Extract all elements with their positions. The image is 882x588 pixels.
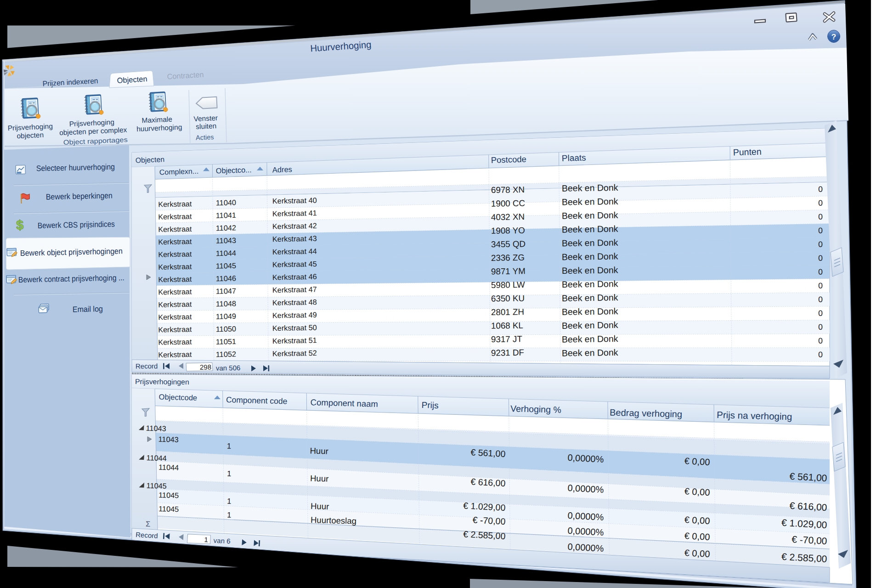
svg-text:€ 616,00: € 616,00 <box>789 500 827 513</box>
svg-text:€ 0,00: € 0,00 <box>684 531 710 542</box>
svg-text:Prijs na verhoging: Prijs na verhoging <box>717 409 792 422</box>
svg-text:11044: 11044 <box>158 463 179 472</box>
svg-text:0: 0 <box>818 212 823 221</box>
svg-text:objecten: objecten <box>17 131 44 140</box>
svg-text:€ 0,00: € 0,00 <box>684 548 710 559</box>
svg-text:0: 0 <box>818 350 823 359</box>
svg-text:Kerkstraat 41: Kerkstraat 41 <box>272 209 317 218</box>
svg-text:Punten: Punten <box>733 147 761 158</box>
svg-text:11043: 11043 <box>146 424 166 433</box>
svg-text:van 6: van 6 <box>213 537 231 545</box>
svg-text:Huurtoeslag: Huurtoeslag <box>311 515 356 526</box>
svg-text:11043: 11043 <box>216 236 236 245</box>
svg-text:9871 YM: 9871 YM <box>491 266 526 276</box>
svg-text:Kerkstraat 48: Kerkstraat 48 <box>272 298 317 307</box>
svg-text:Bewerk CBS prijsindices: Bewerk CBS prijsindices <box>38 219 115 230</box>
svg-text:0,0000%: 0,0000% <box>567 542 604 554</box>
svg-text:€ -70,00: € -70,00 <box>792 534 827 546</box>
svg-text:$: $ <box>16 218 24 232</box>
svg-text:Σ: Σ <box>146 520 151 528</box>
svg-text:0: 0 <box>818 185 823 194</box>
svg-text:Huur: Huur <box>310 474 329 484</box>
svg-text:Component naam: Component naam <box>310 397 378 409</box>
svg-text:Complexn...: Complexn... <box>159 167 199 176</box>
svg-text:Beek en Donk: Beek en Donk <box>562 182 618 193</box>
svg-text:Bedrag verhoging: Bedrag verhoging <box>610 407 682 419</box>
svg-text:Kerkstraat 43: Kerkstraat 43 <box>272 234 317 243</box>
svg-text:Acties: Acties <box>196 133 214 141</box>
svg-text:11043: 11043 <box>158 435 179 444</box>
svg-text:Kerkstraat 50: Kerkstraat 50 <box>272 323 317 333</box>
svg-text:11052: 11052 <box>216 350 236 358</box>
svg-text:?: ? <box>831 33 836 41</box>
svg-text:11051: 11051 <box>216 337 236 346</box>
svg-text:Beek en Donk: Beek en Donk <box>562 196 618 207</box>
svg-text:€ 0,00: € 0,00 <box>684 456 710 467</box>
svg-text:0: 0 <box>818 295 823 304</box>
svg-text:Prijs: Prijs <box>421 400 438 410</box>
svg-text:Verhoging %: Verhoging % <box>510 403 561 415</box>
svg-text:Huur: Huur <box>311 501 329 511</box>
svg-text:sluiten: sluiten <box>196 122 217 130</box>
svg-text:Beek en Donk: Beek en Donk <box>562 278 618 289</box>
svg-text:Kerkstraat: Kerkstraat <box>158 275 192 283</box>
svg-text:Beek en Donk: Beek en Donk <box>562 210 618 221</box>
svg-text:Kerkstraat 42: Kerkstraat 42 <box>272 221 317 231</box>
svg-text:Prijsverhogingen: Prijsverhogingen <box>135 378 189 386</box>
svg-text:Record: Record <box>136 531 158 540</box>
svg-text:Adres: Adres <box>272 165 293 174</box>
svg-text:Kerkstraat 45: Kerkstraat 45 <box>272 260 317 269</box>
svg-text:1908 YO: 1908 YO <box>491 226 525 236</box>
svg-text:11046: 11046 <box>216 274 236 283</box>
svg-text:€ 0,00: € 0,00 <box>684 486 710 498</box>
svg-text:1068 KL: 1068 KL <box>491 321 523 331</box>
svg-text:6350 KU: 6350 KU <box>491 293 525 303</box>
svg-text:Kerkstraat 49: Kerkstraat 49 <box>272 311 317 320</box>
svg-text:11040: 11040 <box>216 198 236 207</box>
svg-text:0: 0 <box>818 322 823 332</box>
svg-text:1900 CC: 1900 CC <box>491 198 525 209</box>
svg-text:€ -70,00: € -70,00 <box>472 514 506 526</box>
svg-text:Kerkstraat: Kerkstraat <box>158 313 192 321</box>
svg-text:Beek en Donk: Beek en Donk <box>562 320 618 331</box>
svg-text:9231 DF: 9231 DF <box>491 348 524 358</box>
svg-text:Huur: Huur <box>310 446 328 456</box>
svg-text:Objectcode: Objectcode <box>159 393 198 402</box>
svg-text:Postcode: Postcode <box>491 154 526 165</box>
svg-text:0: 0 <box>818 226 823 235</box>
svg-text:Kerkstraat: Kerkstraat <box>158 263 192 271</box>
svg-text:Component code: Component code <box>226 395 288 406</box>
svg-text:11044: 11044 <box>216 249 236 257</box>
svg-text:Kerkstraat 40: Kerkstraat 40 <box>272 196 317 205</box>
svg-text:Email log: Email log <box>73 304 103 314</box>
svg-text:6978 XN: 6978 XN <box>491 185 525 195</box>
svg-text:0: 0 <box>818 254 823 263</box>
svg-text:11042: 11042 <box>216 223 236 232</box>
svg-text:11048: 11048 <box>216 299 236 308</box>
svg-text:Kerkstraat 51: Kerkstraat 51 <box>272 336 317 345</box>
svg-text:van 506: van 506 <box>216 364 241 372</box>
svg-text:Beek en Donk: Beek en Donk <box>562 347 618 358</box>
svg-text:Beek en Donk: Beek en Donk <box>562 306 618 317</box>
svg-text:€ 616,00: € 616,00 <box>470 476 506 488</box>
svg-text:1: 1 <box>227 442 232 451</box>
svg-text:11045: 11045 <box>147 481 167 490</box>
svg-text:Beek en Donk: Beek en Donk <box>562 334 618 345</box>
svg-text:0: 0 <box>818 309 823 318</box>
svg-text:298: 298 <box>200 363 211 371</box>
svg-text:Bewerk beperkingen: Bewerk beperkingen <box>46 191 113 201</box>
svg-text:Objecten: Objecten <box>136 155 165 164</box>
svg-text:Selecteer huurverhoging: Selecteer huurverhoging <box>36 162 115 173</box>
svg-text:Kerkstraat: Kerkstraat <box>158 237 192 246</box>
svg-text:2801 ZH: 2801 ZH <box>491 307 524 317</box>
svg-text:Kerkstraat: Kerkstraat <box>158 338 192 346</box>
svg-text:0,0000%: 0,0000% <box>567 526 604 537</box>
svg-text:Plaats: Plaats <box>561 153 586 163</box>
svg-text:0,0000%: 0,0000% <box>567 510 604 522</box>
svg-text:11041: 11041 <box>216 211 236 220</box>
svg-text:2336 ZG: 2336 ZG <box>491 253 525 263</box>
svg-text:0: 0 <box>818 336 823 345</box>
svg-text:11049: 11049 <box>216 312 236 321</box>
svg-text:Kerkstraat: Kerkstraat <box>158 351 192 359</box>
svg-text:11044: 11044 <box>147 453 167 462</box>
